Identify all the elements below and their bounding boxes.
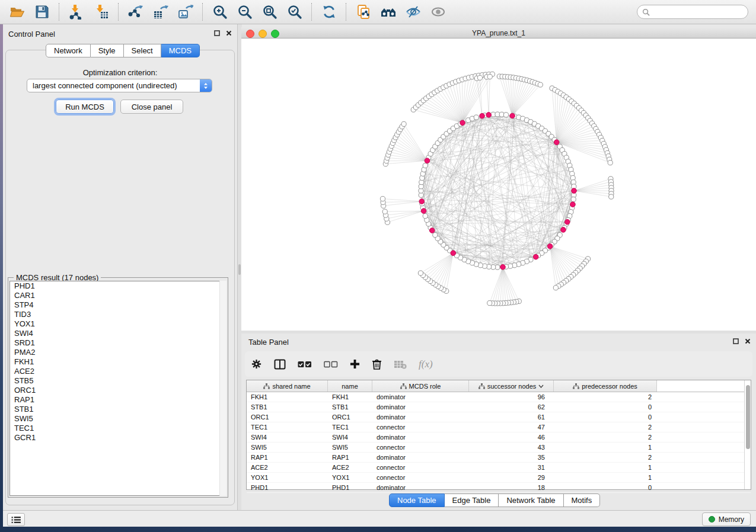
mcds-node (460, 120, 465, 126)
mcds-result-item[interactable]: ACE2 (10, 367, 226, 376)
mcds-result-item[interactable]: SRD1 (10, 338, 226, 348)
mcds-result-item[interactable]: PMA2 (10, 348, 226, 357)
desktop-wallpaper-bottom (0, 527, 756, 532)
first-neighbors-icon[interactable] (379, 3, 397, 21)
mcds-result-list[interactable]: PHD1CAR1STP4TID3YOX1SWI4SRD1PMA2FKH1ACE2… (9, 281, 227, 496)
column-header-name[interactable]: name (328, 380, 372, 392)
table-row[interactable]: YOX1YOX1connector291 (247, 473, 751, 483)
add-icon[interactable] (350, 359, 360, 369)
export-table-icon[interactable] (152, 3, 170, 21)
column-header-successor-nodes[interactable]: successor nodes (469, 380, 554, 392)
tab-node-table[interactable]: Node Table (389, 493, 445, 507)
mcds-result-item[interactable]: TEC1 (10, 424, 226, 433)
mcds-result-item[interactable]: STP4 (10, 300, 226, 310)
mcds-result-item[interactable]: CAR1 (10, 291, 226, 300)
table-body: FKH1FKH1dominator962STB1STB1dominator620… (247, 392, 751, 493)
table-scrollbar[interactable] (744, 380, 751, 489)
task-history-button[interactable] (7, 513, 25, 526)
optimization-criterion-select[interactable]: largest connected component (undirected) (27, 79, 212, 92)
close-panel-icon[interactable] (225, 30, 232, 37)
tab-network[interactable]: Network (46, 44, 91, 57)
mcds-result-item[interactable]: PHD1 (10, 281, 226, 291)
table-header-row: shared namenameMCDS rolesuccessor nodesp… (247, 380, 751, 392)
clone-network-icon[interactable] (355, 3, 372, 21)
mcds-result-item[interactable]: STB1 (10, 405, 226, 414)
table-row[interactable]: RAP1RAP1dominator352 (247, 453, 751, 463)
close-panel-button[interactable]: Close panel (120, 100, 183, 114)
table-row[interactable]: ORC1ORC1dominator610 (247, 412, 751, 422)
mcds-result-item[interactable]: GCR1 (10, 433, 226, 443)
select-all-icon[interactable] (298, 361, 312, 368)
gear-icon[interactable] (251, 358, 262, 370)
optimization-criterion-value: largest connected component (undirected) (33, 81, 177, 90)
import-network-icon[interactable] (68, 3, 85, 21)
zoom-selected-icon[interactable] (286, 3, 304, 21)
table-row[interactable]: STB1STB1dominator620 (247, 402, 751, 412)
memory-button[interactable]: Memory (702, 512, 751, 526)
float-panel-icon[interactable] (213, 30, 221, 37)
mcds-result-scrollbar[interactable] (219, 281, 227, 496)
tab-mcds[interactable]: MCDS (161, 44, 200, 57)
tab-select[interactable]: Select (124, 44, 161, 57)
main-toolbar (0, 0, 756, 24)
table-row[interactable]: SWI4SWI4dominator462 (247, 432, 751, 443)
mcds-node (480, 113, 485, 118)
control-panel: Control Panel NetworkStyleSelectMCDS Opt… (3, 24, 237, 510)
function-builder-icon: f(x) (419, 358, 433, 370)
close-panel-icon[interactable] (744, 338, 751, 345)
import-table-icon[interactable] (92, 3, 110, 21)
mcds-result-item[interactable]: SWI5 (10, 414, 226, 424)
show-all-icon[interactable] (429, 3, 447, 21)
tab-network-table[interactable]: Network Table (499, 493, 563, 507)
hide-selected-icon[interactable] (404, 3, 422, 21)
network-graph[interactable] (241, 39, 756, 331)
mcds-result-item[interactable]: FKH1 (10, 357, 226, 367)
zoom-fit-icon[interactable] (261, 3, 279, 21)
tab-style[interactable]: Style (91, 44, 124, 57)
mcds-node (451, 251, 456, 256)
optimization-criterion-label: Optimization criterion: (3, 68, 237, 77)
export-network-icon[interactable] (127, 3, 145, 21)
deselect-all-icon[interactable] (324, 361, 338, 368)
scrollbar-thumb[interactable] (746, 385, 750, 449)
zoom-out-icon[interactable] (236, 3, 254, 21)
table-row[interactable]: PHD1PHD1dominator180 (247, 483, 751, 493)
network-window-titlebar[interactable]: YPA_prune.txt_1 (241, 27, 756, 39)
tab-motifs[interactable]: Motifs (564, 493, 601, 507)
tab-edge-table[interactable]: Edge Table (445, 493, 499, 507)
mcds-result-item[interactable]: TID3 (10, 310, 226, 319)
column-header-predecessor-nodes[interactable]: predecessor nodes (554, 380, 657, 392)
open-folder-icon[interactable] (8, 3, 26, 21)
column-browser-icon[interactable] (274, 358, 286, 370)
column-header-MCDS-role[interactable]: MCDS role (372, 380, 469, 392)
search-field[interactable] (637, 5, 748, 19)
mcds-result-item[interactable]: ORC1 (10, 386, 226, 395)
delete-icon[interactable] (372, 358, 382, 370)
refresh-icon[interactable] (320, 3, 338, 21)
float-panel-icon[interactable] (732, 338, 739, 345)
search-input[interactable] (653, 7, 748, 17)
table-row[interactable]: ACE2ACE2connector311 (247, 463, 751, 473)
zoom-in-icon[interactable] (211, 3, 229, 21)
table-panel-title: Table Panel (248, 338, 289, 347)
table-row[interactable]: SWI5SWI5connector431 (247, 443, 751, 453)
mcds-result-item[interactable]: SWI4 (10, 329, 226, 338)
mcds-result-item[interactable]: YOX1 (10, 319, 226, 329)
mcds-node (510, 113, 515, 118)
column-header-shared-name[interactable]: shared name (247, 380, 328, 392)
run-mcds-button[interactable]: Run MCDS (56, 100, 114, 114)
mcds-node (419, 199, 425, 204)
splitter-handle[interactable] (238, 264, 241, 275)
export-image-icon[interactable] (177, 3, 194, 21)
table-row[interactable]: FKH1FKH1dominator962 (247, 392, 751, 402)
mcds-result-item[interactable]: RAP1 (10, 395, 226, 405)
table-row[interactable]: TEC1TEC1connector472 (247, 422, 751, 432)
toolbar-separator (311, 3, 312, 21)
mcds-node (486, 113, 492, 118)
save-icon[interactable] (33, 3, 51, 21)
application-window: Control Panel NetworkStyleSelectMCDS Opt… (0, 0, 756, 532)
mcds-result-item[interactable]: STB5 (10, 376, 226, 386)
list-icon (11, 516, 21, 524)
mcds-node (533, 254, 538, 259)
network-canvas[interactable] (241, 39, 756, 331)
